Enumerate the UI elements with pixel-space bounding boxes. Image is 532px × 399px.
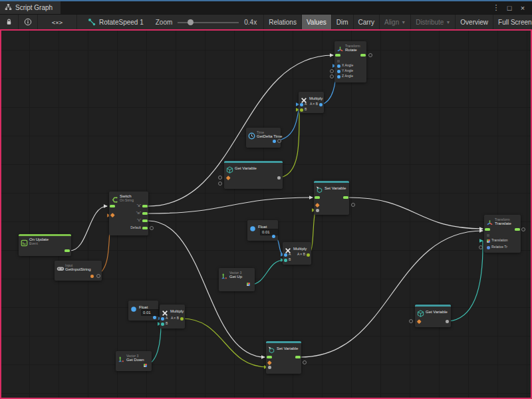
value-port[interactable] xyxy=(337,75,340,78)
unconnected-port-stub[interactable] xyxy=(479,245,483,249)
zoom-slider[interactable] xyxy=(178,19,239,25)
unconnected-port-stub[interactable] xyxy=(351,203,355,207)
unconnected-port-stub[interactable] xyxy=(96,274,100,278)
value-port[interactable] xyxy=(417,319,421,323)
value-port[interactable] xyxy=(337,65,340,68)
w-getvarbot-translate[interactable] xyxy=(448,241,483,321)
flow-port[interactable] xyxy=(335,54,340,57)
flow-port[interactable] xyxy=(142,227,148,229)
value-port[interactable] xyxy=(247,283,250,286)
flow-port[interactable] xyxy=(267,356,272,358)
value-port[interactable] xyxy=(180,317,184,321)
flow-port[interactable] xyxy=(142,219,148,222)
get-down-node[interactable]: Vector 3Get Down xyxy=(116,351,152,371)
toolbar-button-full-screen[interactable]: Full Screen xyxy=(493,15,532,30)
set-variable-bottom-node[interactable]: Set Variable xyxy=(266,341,301,374)
value-port[interactable] xyxy=(226,176,230,180)
value-port[interactable] xyxy=(272,235,275,238)
value-port[interactable] xyxy=(161,323,164,326)
unconnected-port-stub[interactable] xyxy=(330,69,334,73)
get-variable-top-node[interactable]: Get Variable xyxy=(224,161,283,189)
value-port[interactable] xyxy=(487,239,490,243)
graph-canvas[interactable]: On UpdateEventInputGetInputStringSwitchO… xyxy=(0,29,532,399)
value-port[interactable] xyxy=(267,360,271,364)
w-setvarmid-translate[interactable] xyxy=(348,198,483,229)
unconnected-port-stub[interactable] xyxy=(521,227,525,231)
unconnected-port-stub[interactable] xyxy=(368,53,372,57)
zoom-slider-handle[interactable] xyxy=(188,19,194,25)
value-input[interactable]: 0.01 xyxy=(141,309,159,316)
unconnected-port-stub[interactable] xyxy=(218,176,222,180)
value-port[interactable] xyxy=(284,253,287,257)
get-variable-bottom-node[interactable]: Get Variable xyxy=(415,305,451,327)
value-port[interactable] xyxy=(110,213,114,217)
value-port[interactable] xyxy=(337,60,340,63)
value-port[interactable] xyxy=(153,316,156,319)
flow-port[interactable] xyxy=(315,196,320,199)
value-port[interactable] xyxy=(300,108,303,112)
value-port[interactable] xyxy=(307,253,310,257)
flow-port[interactable] xyxy=(360,54,366,57)
toolbar-button-relations[interactable]: Relations xyxy=(264,15,302,30)
menu-icon[interactable]: ⋮ xyxy=(491,3,501,12)
get-input-string-node[interactable]: InputGetInputString xyxy=(55,261,102,281)
value-port[interactable] xyxy=(268,366,271,369)
unconnected-port-stub[interactable] xyxy=(303,360,307,364)
multiply-mid-node[interactable]: MultiplyABA × B xyxy=(283,242,311,265)
unconnected-port-stub[interactable] xyxy=(150,226,154,230)
value-port[interactable] xyxy=(315,203,319,207)
value-port[interactable] xyxy=(273,140,276,143)
float-top-node[interactable]: Float0.01 xyxy=(247,220,278,241)
flow-port[interactable] xyxy=(110,205,115,207)
value-port[interactable] xyxy=(90,275,94,278)
float-bottom-node[interactable]: Float0.01 xyxy=(128,301,158,321)
unconnected-port-stub[interactable] xyxy=(277,139,281,143)
code-view-button[interactable]: <×> xyxy=(38,15,77,30)
value-port[interactable] xyxy=(446,320,449,323)
value-port[interactable] xyxy=(487,234,489,237)
unconnected-port-stub[interactable] xyxy=(330,74,334,78)
tab-script-graph[interactable]: Script Graph xyxy=(0,1,61,14)
flow-port[interactable] xyxy=(485,228,490,231)
value-port[interactable] xyxy=(319,103,323,106)
w-setvarbot-translate[interactable] xyxy=(301,231,483,357)
multiply-top-node[interactable]: MultiplyABA × B xyxy=(299,92,324,113)
flow-port[interactable] xyxy=(142,212,148,215)
flow-port[interactable] xyxy=(142,205,148,207)
set-variable-mid-node[interactable]: Set Variable xyxy=(314,181,349,215)
toolbar-button-carry[interactable]: Carry xyxy=(354,15,380,30)
toolbar-button-dim[interactable]: Dim xyxy=(332,15,354,30)
w-update-switch[interactable] xyxy=(70,206,107,251)
multiply-bottom-node[interactable]: MultiplyABA × B xyxy=(160,305,185,329)
flow-port[interactable] xyxy=(515,228,520,231)
flow-port[interactable] xyxy=(295,356,301,358)
value-port[interactable] xyxy=(487,246,490,249)
flow-port[interactable] xyxy=(343,196,348,199)
maximize-icon[interactable]: □ xyxy=(504,4,515,12)
w-multiply-rotate[interactable] xyxy=(322,66,336,104)
on-update-node[interactable]: On UpdateEvent xyxy=(19,234,71,256)
value-port[interactable] xyxy=(337,70,340,73)
rotate-node[interactable]: TransformRotateX AngleY AngleZ Angle xyxy=(334,41,366,82)
get-up-node[interactable]: Vector 3Get Up xyxy=(219,268,255,291)
value-port[interactable] xyxy=(300,103,303,106)
flow-port[interactable] xyxy=(65,249,70,252)
toolbar-button-values[interactable]: Values xyxy=(302,15,332,30)
switch-on-string-node[interactable]: SwitchOn String"a""w""s"Default xyxy=(109,192,148,235)
lock-button[interactable] xyxy=(0,15,19,30)
value-input[interactable]: 0.01 xyxy=(260,229,279,235)
toolbar-button-overview[interactable]: Overview xyxy=(456,15,493,30)
unconnected-port-stub[interactable] xyxy=(218,182,222,186)
value-port[interactable] xyxy=(284,259,287,262)
value-port[interactable] xyxy=(316,209,319,212)
value-port[interactable] xyxy=(144,364,147,367)
w-getup-multiply[interactable] xyxy=(250,260,284,285)
value-port[interactable] xyxy=(277,176,281,180)
w-multiplybot-setvar[interactable] xyxy=(182,319,267,367)
info-button[interactable] xyxy=(19,15,38,30)
value-port[interactable] xyxy=(161,317,164,321)
graph-breadcrumb[interactable]: RotateSpeed 1 xyxy=(77,15,149,30)
get-delta-time-node[interactable]: TimeGetDelta Time xyxy=(246,128,281,148)
unconnected-port-stub[interactable] xyxy=(409,319,413,323)
translate-node[interactable]: TransformTranslateTranslationRelative Tr xyxy=(484,215,521,253)
